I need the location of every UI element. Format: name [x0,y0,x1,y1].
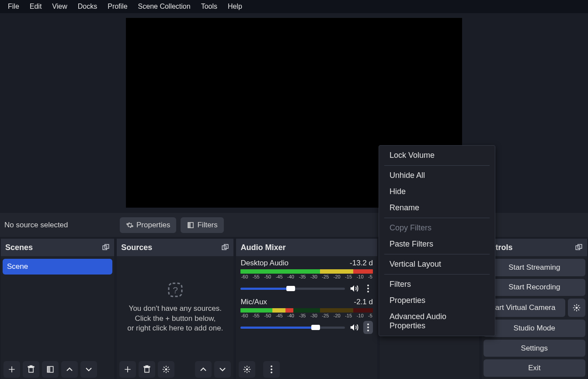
filters-button-label: Filters [197,221,217,229]
scene-down-button[interactable] [80,361,97,378]
start-recording-button[interactable]: Start Recording [484,279,585,296]
remove-source-button[interactable] [139,361,155,378]
svg-point-15 [367,327,369,328]
mixer-context-menu: Lock VolumeUnhide AllHideRenameCopy Filt… [379,145,495,336]
svg-text:?: ? [173,285,178,295]
mixer-body: Desktop Audio-13.2 d-60-55-50-45-40-35-3… [236,256,377,359]
virtual-camera-settings-button[interactable] [568,299,585,317]
menu-item-properties[interactable]: Properties [379,292,495,309]
source-up-button[interactable] [195,361,212,378]
speaker-icon [349,323,359,332]
plus-icon [123,365,132,374]
meter-ticks: -60-55-50-45-40-35-30-25-20-15-10-5 [240,274,373,279]
menu-profile[interactable]: Profile [102,1,132,12]
source-toolbar: No source selected Properties Filters [0,213,588,237]
start-virtual-camera-button[interactable]: tart Virtual Camera [484,299,565,317]
menu-item-hide[interactable]: Hide [379,184,495,200]
mute-button[interactable] [348,322,360,333]
mixer-channel: Desktop Audio-13.2 d-60-55-50-45-40-35-3… [236,256,377,295]
mixer-toolbar [236,359,377,379]
properties-button[interactable]: Properties [120,217,176,233]
svg-point-18 [271,365,272,367]
gear-icon [243,365,251,374]
svg-point-14 [367,323,369,325]
svg-point-10 [165,369,167,371]
svg-point-11 [367,285,369,286]
scenes-header: Scenes [1,239,114,256]
menu-help[interactable]: Help [223,1,247,12]
settings-button[interactable]: Settings [484,340,585,357]
kebab-icon [270,365,273,374]
controls-header: ontrols [482,239,587,256]
menu-item-filters[interactable]: Filters [379,276,495,292]
studio-mode-button[interactable]: Studio Mode [484,320,585,337]
channel-menu-button[interactable] [363,282,373,295]
chevron-up-icon [199,365,207,373]
scene-filters-button[interactable] [42,361,59,378]
popout-icon[interactable] [575,243,583,251]
gear-icon [126,221,134,229]
menu-item-lock-volume[interactable]: Lock Volume [379,147,495,163]
svg-point-19 [271,369,272,370]
start-streaming-button[interactable]: Start Streaming [484,259,585,276]
scene-up-button[interactable] [61,361,78,378]
sources-toolbar [117,359,233,379]
exit-button[interactable]: Exit [484,359,585,377]
mixer-channel: Mic/Aux-2.1 d-60-55-50-45-40-35-30-25-20… [236,295,377,334]
trash-icon [143,365,151,374]
source-properties-button[interactable] [158,361,174,378]
sources-header: Sources [117,239,233,256]
mixer-menu-button[interactable] [263,361,280,378]
chevron-up-icon [66,365,73,373]
help-icon: ? [167,282,183,298]
volume-slider[interactable] [240,327,345,329]
volume-slider[interactable] [240,288,345,290]
preview-area [0,13,588,212]
remove-scene-button[interactable] [23,361,39,378]
menu-docks[interactable]: Docks [73,1,102,12]
controls-body: Start Streaming Start Recording tart Vir… [482,256,587,379]
svg-point-17 [246,369,248,371]
popout-icon[interactable] [102,243,110,251]
scene-item[interactable]: Scene [3,259,112,275]
menu-scene-collection[interactable]: Scene Collection [133,1,196,12]
audio-meter [240,308,373,313]
scenes-list[interactable]: Scene [1,256,114,359]
menu-item-paste-filters[interactable]: Paste Filters [379,236,495,252]
scenes-toolbar [1,359,114,379]
properties-button-label: Properties [136,221,170,229]
svg-point-12 [367,288,369,289]
menu-item-advanced-audio-properties[interactable]: Advanced Audio Properties [379,309,495,334]
svg-point-23 [576,307,578,309]
menu-item-rename[interactable]: Rename [379,200,495,216]
menu-file[interactable]: File [3,1,24,12]
scenes-title: Scenes [5,243,33,252]
sources-list[interactable]: ? You don't have any sources. Click the … [117,256,233,359]
docks-row: Scenes Scene Sources ? You don't have an… [0,239,588,379]
trash-icon [27,365,35,374]
menu-tools[interactable]: Tools [196,1,223,12]
gear-icon [162,365,170,374]
popout-icon[interactable] [221,243,229,251]
channel-name: Desktop Audio [240,259,289,268]
mixer-settings-button[interactable] [239,361,255,378]
filter-icon [46,365,55,374]
svg-rect-1 [188,223,191,228]
menu-item-unhide-all[interactable]: Unhide All [379,167,495,184]
menu-edit[interactable]: Edit [24,1,47,12]
channel-db: -13.2 d [350,259,373,268]
add-scene-button[interactable] [3,361,20,378]
kebab-icon [367,284,369,293]
source-down-button[interactable] [214,361,231,378]
add-source-button[interactable] [119,361,136,378]
channel-menu-button[interactable] [363,321,373,334]
mute-button[interactable] [348,283,360,294]
menu-item-vertical-layout[interactable]: Vertical Layout [379,256,495,272]
channel-db: -2.1 d [354,298,373,306]
controls-dock: ontrols Start Streaming Start Recording … [482,239,587,379]
no-source-label: No source selected [4,221,115,229]
mixer-title: Audio Mixer [240,243,285,252]
menu-view[interactable]: View [47,1,72,12]
svg-point-13 [367,291,369,292]
filters-button[interactable]: Filters [181,217,223,233]
